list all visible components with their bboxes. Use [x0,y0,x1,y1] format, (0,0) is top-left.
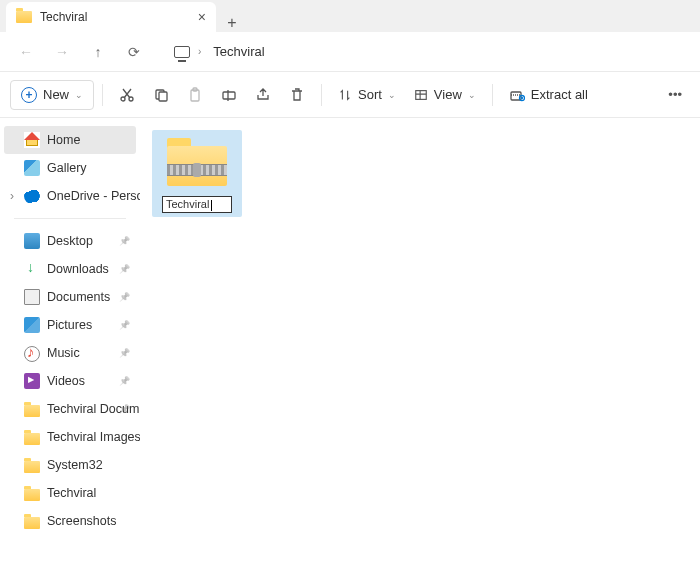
breadcrumb-separator: › [198,46,201,57]
videos-icon [24,373,40,389]
documents-icon [24,289,40,305]
up-button[interactable]: ↑ [84,38,112,66]
this-pc-icon[interactable] [174,46,190,58]
view-label: View [434,87,462,102]
home-icon [24,132,40,148]
refresh-button[interactable]: ⟳ [120,38,148,66]
extract-icon [509,87,525,103]
new-tab-button[interactable]: + [216,14,248,32]
svg-rect-4 [191,90,199,101]
cut-button[interactable] [111,80,143,110]
sidebar-item-gallery[interactable]: Gallery [4,154,136,182]
sidebar-item-label: OneDrive - Persona [47,189,140,203]
sort-icon [338,88,352,102]
delete-button[interactable] [281,80,313,110]
sidebar-item-documents[interactable]: Documents [4,283,136,311]
paste-button[interactable] [179,80,211,110]
svg-rect-3 [159,92,167,101]
toolbar: + New ⌄ Sort ⌄ View ⌄ Extract all ••• [0,72,700,118]
svg-rect-7 [416,90,427,99]
desktop-icon [24,233,40,249]
content-pane[interactable]: Techviral [140,118,700,570]
sidebar-item-label: Pictures [47,318,92,332]
sidebar-item-label: Home [47,133,80,147]
sidebar-item-label: Music [47,346,80,360]
sort-button[interactable]: Sort ⌄ [330,80,404,110]
folder-icon [24,489,40,501]
tab-bar: Techviral × + [0,0,700,32]
extract-label: Extract all [531,87,588,102]
browser-tab[interactable]: Techviral × [6,2,216,32]
sidebar-item-pictures[interactable]: Pictures [4,311,136,339]
new-button[interactable]: + New ⌄ [10,80,94,110]
sidebar-item-system32[interactable]: System32 [4,451,136,479]
zip-folder-icon [163,134,231,190]
sidebar-divider [14,218,126,219]
sidebar: HomeGalleryOneDrive - Persona DesktopDow… [0,118,140,570]
music-icon [24,345,40,361]
rename-button[interactable] [213,80,245,110]
folder-icon [16,11,32,23]
onedrive-icon [24,188,40,204]
back-button[interactable]: ← [12,38,40,66]
sort-label: Sort [358,87,382,102]
sidebar-item-label: System32 [47,458,103,472]
close-tab-icon[interactable]: × [198,9,206,25]
sidebar-item-videos[interactable]: Videos [4,367,136,395]
sidebar-item-screenshots[interactable]: Screenshots [4,507,136,535]
sidebar-item-techviral[interactable]: Techviral [4,479,136,507]
sidebar-item-label: Documents [47,290,110,304]
chevron-down-icon: ⌄ [75,90,83,100]
sidebar-item-music[interactable]: Music [4,339,136,367]
sidebar-item-label: Desktop [47,234,93,248]
sidebar-item-label: Techviral Docum [47,402,139,416]
file-rename-input[interactable]: Techviral [162,196,232,213]
sidebar-item-onedrive-persona[interactable]: OneDrive - Persona [4,182,136,210]
sidebar-item-techviral-images[interactable]: Techviral Images [4,423,136,451]
svg-rect-6 [223,92,235,99]
nav-bar: ← → ↑ ⟳ › Techviral [0,32,700,72]
sidebar-item-label: Techviral Images [47,430,140,444]
more-button[interactable]: ••• [660,80,690,110]
extract-all-button[interactable]: Extract all [501,80,596,110]
folder-icon [24,461,40,473]
sidebar-item-techviral-docum[interactable]: Techviral Docum [4,395,136,423]
downloads-icon [24,261,40,277]
new-label: New [43,87,69,102]
tab-title: Techviral [40,10,190,24]
sidebar-item-downloads[interactable]: Downloads [4,255,136,283]
sidebar-item-label: Gallery [47,161,87,175]
gallery-icon [24,160,40,176]
plus-icon: + [21,87,37,103]
sidebar-item-label: Downloads [47,262,109,276]
folder-icon [24,517,40,529]
chevron-down-icon: ⌄ [388,90,396,100]
forward-button[interactable]: → [48,38,76,66]
share-button[interactable] [247,80,279,110]
copy-button[interactable] [145,80,177,110]
breadcrumb-current[interactable]: Techviral [213,44,264,59]
chevron-down-icon: ⌄ [468,90,476,100]
sidebar-item-label: Screenshots [47,514,116,528]
folder-icon [24,405,40,417]
pictures-icon [24,317,40,333]
view-button[interactable]: View ⌄ [406,80,484,110]
sidebar-item-desktop[interactable]: Desktop [4,227,136,255]
sidebar-item-home[interactable]: Home [4,126,136,154]
sidebar-item-label: Videos [47,374,85,388]
folder-icon [24,433,40,445]
sidebar-item-label: Techviral [47,486,96,500]
file-item-zip[interactable]: Techviral [152,130,242,217]
view-icon [414,88,428,102]
